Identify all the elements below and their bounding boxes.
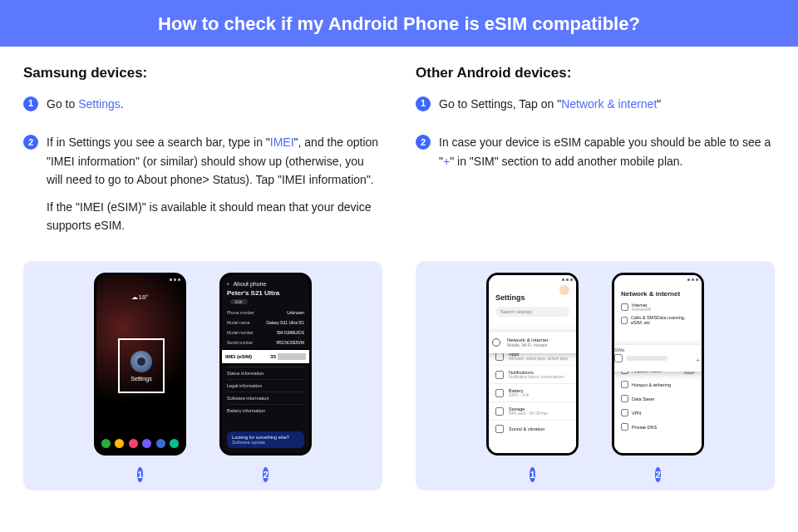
settings-link[interactable]: Settings [78, 97, 121, 111]
vpn-icon [621, 409, 628, 416]
list-item: Software information [227, 392, 304, 404]
app-dock [101, 439, 179, 448]
list-item: Private DNS [614, 420, 702, 434]
sims-callout: SIMs + [612, 345, 704, 372]
list-item: VPN [614, 406, 702, 420]
weather-widget: ☁18° [96, 293, 184, 301]
row-label: Serial number [227, 340, 253, 345]
other-step-2: 2 In case your device is eSIM capable yo… [416, 133, 775, 179]
looking-for-card: Looking for something else? Software upd… [227, 431, 304, 448]
sims-heading: SIMs [614, 347, 702, 352]
list-item: Data Saver [614, 392, 702, 406]
item-sub: 54% used – 59 GB free [509, 411, 548, 416]
software-update-link: Software update [232, 440, 299, 445]
list-item: Hotspot & tethering [614, 377, 702, 392]
search-input: Search settings [495, 307, 569, 317]
list-item: InternetAndroidWifi [614, 301, 702, 312]
redacted-mask [278, 353, 306, 360]
storage-icon [495, 407, 504, 416]
item-sub: 100% – Full [509, 393, 529, 397]
list-item: Storage54% used – 59 GB free [489, 401, 576, 420]
item-sub: AndroidWifi [632, 308, 651, 312]
row-label: Model number [227, 330, 254, 335]
network-internet-link[interactable]: Network & internet [561, 97, 657, 111]
dns-icon [621, 423, 628, 431]
imei-value: 35 [270, 354, 276, 359]
imei-link[interactable]: IMEI [270, 135, 294, 149]
hotspot-icon [621, 381, 628, 388]
sim-name-placeholder [626, 356, 667, 361]
samsung-step-2: 2 If in Settings you see a search bar, t… [23, 133, 382, 243]
edit-chip: Edit [230, 299, 248, 304]
list-item: Calls & SMSData roaming, eSIM, etc [614, 312, 702, 328]
list-item: Status information [227, 367, 304, 379]
settings-label: Settings [131, 376, 151, 382]
other-heading: Other Android devices: [416, 65, 775, 81]
item-title: Hotspot & tethering [632, 382, 671, 387]
datasaver-icon [621, 395, 628, 402]
sound-icon [495, 425, 504, 433]
item-title: Sound & vibration [509, 426, 544, 431]
list-item: Sound & vibration [489, 420, 576, 437]
samsung-screens-card: ☁18° Settings 1 ‹ About phone Peter' [23, 261, 382, 490]
phone-mock-samsung-about: ‹ About phone Peter's S21 Ultra Edit Pho… [219, 273, 312, 456]
other-column: Other Android devices: 1 Go to Settings,… [416, 65, 775, 254]
row-value: SM-G998U/DS [277, 330, 304, 335]
text: . [121, 97, 124, 111]
other-shot-2: Network & internet InternetAndroidWifi C… [612, 273, 704, 482]
other-shot-1: Settings Search settings AppsAssistant, … [486, 273, 579, 482]
list-item: Battery100% – Full [489, 383, 576, 401]
item-title: Private DNS [632, 425, 657, 430]
row-label: Model name [227, 320, 250, 325]
samsung-column: Samsung devices: 1 Go to Settings. 2 If … [23, 65, 382, 254]
instructions-columns: Samsung devices: 1 Go to Settings. 2 If … [0, 47, 798, 254]
apps-icon [495, 352, 504, 361]
row-value: Unknown [287, 310, 304, 315]
shot-badge: 1 [137, 467, 142, 482]
wifi-icon [492, 338, 500, 347]
text: Go to Settings, Tap on " [439, 97, 561, 111]
list-item: Legal information [227, 379, 304, 392]
item-title: Data Saver [632, 397, 655, 401]
text: " in "SIM" section to add another mobile… [450, 155, 682, 168]
text: If in Settings you see a search bar, typ… [47, 135, 270, 149]
item-title: VPN [632, 411, 641, 416]
screenshots-gallery: ☁18° Settings 1 ‹ About phone Peter' [23, 261, 775, 490]
samsung-heading: Samsung devices: [23, 65, 382, 81]
other-step-1: 1 Go to Settings, Tap on "Network & inte… [416, 95, 775, 121]
samsung-shot-2: ‹ About phone Peter's S21 Ultra Edit Pho… [219, 273, 312, 482]
plus-link[interactable]: + [443, 155, 450, 168]
other-screens-card: Settings Search settings AppsAssistant, … [416, 261, 775, 490]
device-name: Peter's S21 Ultra [227, 289, 279, 297]
text: " [657, 97, 661, 111]
step-badge: 2 [23, 135, 38, 150]
step-badge: 2 [416, 135, 431, 150]
network-title: Network & internet [614, 283, 702, 301]
shot-badge: 2 [263, 467, 268, 482]
row-value: Galaxy S21 Ultra 5G [266, 320, 304, 325]
row-label: Phone number [227, 310, 254, 315]
samsung-step-1: 1 Go to Settings. [23, 95, 382, 121]
row-value: R5CNC0E5VM [276, 340, 304, 345]
chevron-left-icon: ‹ [227, 280, 229, 288]
imei-esim-highlight: IMEI (eSIM) 35 [219, 348, 312, 365]
network-internet-callout: Network & internetMobile, Wi-Fi, hotspot [486, 332, 579, 353]
page-title: How to check if my Android Phone is eSIM… [0, 0, 798, 47]
samsung-shot-1: ☁18° Settings 1 [94, 273, 186, 482]
text: Go to [47, 97, 78, 111]
item-sub: Assistant, recent apps, default apps [509, 357, 568, 361]
callout-sub: Mobile, Wi-Fi, hotspot [507, 342, 548, 347]
list-item: NotificationsNotification history, conve… [489, 365, 576, 383]
phone-mock-samsung-home: ☁18° Settings [94, 273, 186, 456]
imei-label: IMEI (eSIM) [225, 354, 252, 359]
phone-icon [621, 317, 628, 324]
about-header: About phone [234, 281, 267, 287]
gear-icon [131, 351, 152, 372]
step-badge: 1 [23, 96, 38, 111]
settings-app-icon: Settings [118, 338, 165, 393]
shot-badge: 1 [530, 467, 534, 482]
phone-mock-pixel-settings: Settings Search settings AppsAssistant, … [486, 273, 579, 456]
step-badge: 1 [416, 96, 431, 111]
text: If the "IMEI (eSIM)" is available it sho… [47, 198, 382, 235]
battery-icon [495, 389, 504, 397]
